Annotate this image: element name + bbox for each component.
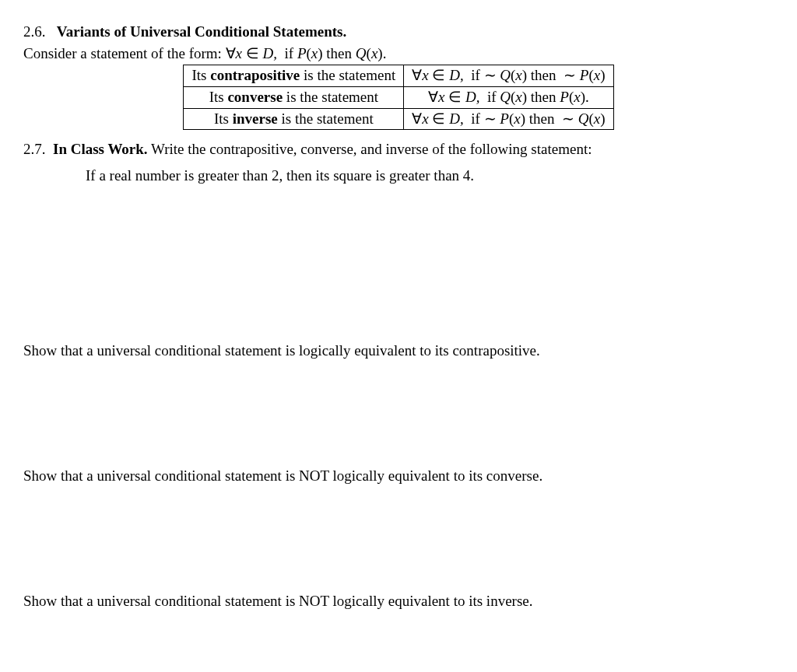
contrapositive-form: ∀x ∈ D, if ∼ Q(x) then ∼ P(x) [404, 65, 613, 87]
section-title: Variants of Universal Conditional Statem… [57, 23, 346, 40]
converse-label: Its converse is the statement [184, 86, 404, 108]
intro-text: Consider a statement of the form: [23, 45, 226, 61]
section-number: 2.6. [23, 23, 46, 40]
converse-form: ∀x ∈ D, if Q(x) then P(x). [404, 86, 613, 108]
task-2: Show that a universal conditional statem… [23, 466, 774, 486]
inverse-form: ∀x ∈ D, if ∼ P(x) then ∼ Q(x) [404, 108, 613, 130]
variants-table: Its contrapositive is the statement ∀x ∈… [183, 65, 613, 130]
section-2-6-heading: 2.6. Variants of Universal Conditional S… [23, 22, 774, 42]
table-row: Its converse is the statement ∀x ∈ D, if… [184, 86, 613, 108]
workspace-gap [23, 185, 774, 341]
intro-math: ∀x ∈ D, if P(x) then Q(x). [226, 45, 387, 61]
task-3: Show that a universal conditional statem… [23, 591, 774, 611]
workspace-gap [23, 486, 774, 591]
section-2-6-intro: Consider a statement of the form: ∀x ∈ D… [23, 44, 774, 64]
inverse-label: Its inverse is the statement [184, 108, 404, 130]
section-2-7-heading: 2.7. In Class Work. Write the contraposi… [23, 139, 774, 159]
exercise-statement: If a real number is greater than 2, then… [86, 166, 774, 186]
task-1: Show that a universal conditional statem… [23, 341, 774, 361]
contrapositive-label: Its contrapositive is the statement [184, 65, 404, 87]
section-title: In Class Work. [53, 141, 148, 157]
table-row: Its contrapositive is the statement ∀x ∈… [184, 65, 613, 87]
table-row: Its inverse is the statement ∀x ∈ D, if … [184, 108, 613, 130]
section-number: 2.7. [23, 141, 46, 157]
exercise-lead: Write the contrapositive, converse, and … [148, 141, 592, 157]
workspace-gap [23, 361, 774, 466]
